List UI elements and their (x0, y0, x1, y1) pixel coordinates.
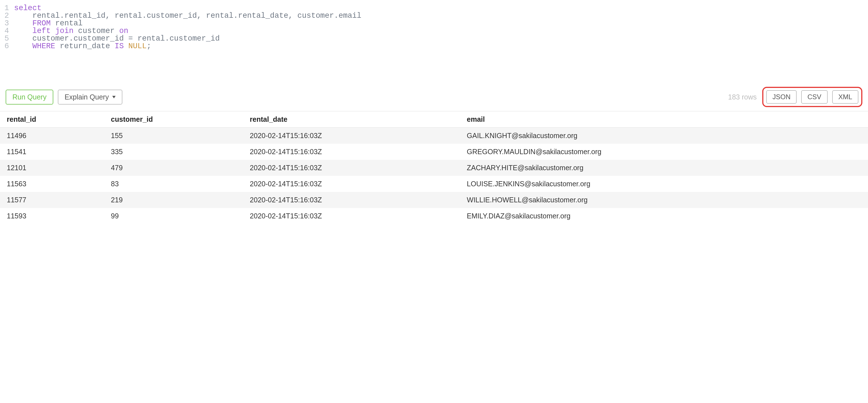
cell-customer_id: 99 (104, 208, 243, 224)
run-query-button[interactable]: Run Query (6, 90, 53, 105)
query-toolbar: Run Query Explain Query 183 rows JSON CS… (0, 84, 868, 111)
editor-line[interactable]: 5 customer.customer_id = rental.customer… (0, 35, 868, 42)
line-number: 4 (0, 27, 14, 35)
cell-email: EMILY.DIAZ@sakilacustomer.org (460, 208, 868, 224)
cell-customer_id: 335 (104, 144, 243, 160)
code-line[interactable]: select (14, 4, 868, 12)
code-line[interactable]: FROM rental (14, 20, 868, 27)
cell-email: GREGORY.MAULDIN@sakilacustomer.org (460, 144, 868, 160)
cell-customer_id: 219 (104, 192, 243, 208)
cell-customer_id: 155 (104, 128, 243, 144)
editor-line[interactable]: 2 rental.rental_id, rental.customer_id, … (0, 12, 868, 20)
cell-email: WILLIE.HOWELL@sakilacustomer.org (460, 192, 868, 208)
cell-rental_id: 11541 (0, 144, 104, 160)
table-row[interactable]: 121014792020-02-14T15:16:03ZZACHARY.HITE… (0, 160, 868, 176)
explain-query-label: Explain Query (65, 93, 109, 101)
results-table: rental_id customer_id rental_date email … (0, 111, 868, 224)
col-header-rental_date[interactable]: rental_date (243, 111, 460, 128)
cell-customer_id: 479 (104, 160, 243, 176)
table-row[interactable]: 115772192020-02-14T15:16:03ZWILLIE.HOWEL… (0, 192, 868, 208)
cell-email: GAIL.KNIGHT@sakilacustomer.org (460, 128, 868, 144)
export-json-button[interactable]: JSON (766, 90, 797, 104)
cell-rental_id: 11563 (0, 176, 104, 192)
chevron-down-icon (112, 96, 116, 98)
results-header-row: rental_id customer_id rental_date email (0, 111, 868, 128)
line-number: 3 (0, 20, 14, 27)
editor-line[interactable]: 6 WHERE return_date IS NULL; (0, 42, 868, 50)
cell-rental_date: 2020-02-14T15:16:03Z (243, 176, 460, 192)
cell-rental_id: 11496 (0, 128, 104, 144)
cell-rental_id: 12101 (0, 160, 104, 176)
sql-editor[interactable]: 1select2 rental.rental_id, rental.custom… (0, 0, 868, 50)
code-line[interactable]: left join customer on (14, 27, 868, 35)
cell-rental_date: 2020-02-14T15:16:03Z (243, 192, 460, 208)
cell-rental_id: 11577 (0, 192, 104, 208)
cell-rental_date: 2020-02-14T15:16:03Z (243, 160, 460, 176)
col-header-email[interactable]: email (460, 111, 868, 128)
code-line[interactable]: customer.customer_id = rental.customer_i… (14, 35, 868, 42)
table-row[interactable]: 11593992020-02-14T15:16:03ZEMILY.DIAZ@sa… (0, 208, 868, 224)
code-line[interactable]: WHERE return_date IS NULL; (14, 42, 868, 50)
export-button-group: JSON CSV XML (762, 87, 862, 107)
table-row[interactable]: 115413352020-02-14T15:16:03ZGREGORY.MAUL… (0, 144, 868, 160)
cell-rental_date: 2020-02-14T15:16:03Z (243, 128, 460, 144)
cell-rental_date: 2020-02-14T15:16:03Z (243, 208, 460, 224)
cell-rental_id: 11593 (0, 208, 104, 224)
results-table-wrap: rental_id customer_id rental_date email … (0, 111, 868, 224)
editor-line[interactable]: 1select (0, 4, 868, 12)
line-number: 5 (0, 35, 14, 42)
editor-line[interactable]: 4 left join customer on (0, 27, 868, 35)
line-number: 2 (0, 12, 14, 20)
line-number: 1 (0, 4, 14, 12)
editor-line[interactable]: 3 FROM rental (0, 20, 868, 27)
line-number: 6 (0, 42, 14, 50)
sql-tool-root: 1select2 rental.rental_id, rental.custom… (0, 0, 868, 224)
col-header-customer_id[interactable]: customer_id (104, 111, 243, 128)
cell-email: ZACHARY.HITE@sakilacustomer.org (460, 160, 868, 176)
export-csv-button[interactable]: CSV (801, 90, 827, 104)
cell-email: LOUISE.JENKINS@sakilacustomer.org (460, 176, 868, 192)
table-row[interactable]: 11563832020-02-14T15:16:03ZLOUISE.JENKIN… (0, 176, 868, 192)
export-xml-button[interactable]: XML (832, 90, 859, 104)
explain-query-button[interactable]: Explain Query (58, 90, 122, 105)
code-line[interactable]: rental.rental_id, rental.customer_id, re… (14, 12, 868, 20)
col-header-rental_id[interactable]: rental_id (0, 111, 104, 128)
cell-customer_id: 83 (104, 176, 243, 192)
cell-rental_date: 2020-02-14T15:16:03Z (243, 144, 460, 160)
row-count-label: 183 rows (728, 93, 756, 101)
table-row[interactable]: 114961552020-02-14T15:16:03ZGAIL.KNIGHT@… (0, 128, 868, 144)
